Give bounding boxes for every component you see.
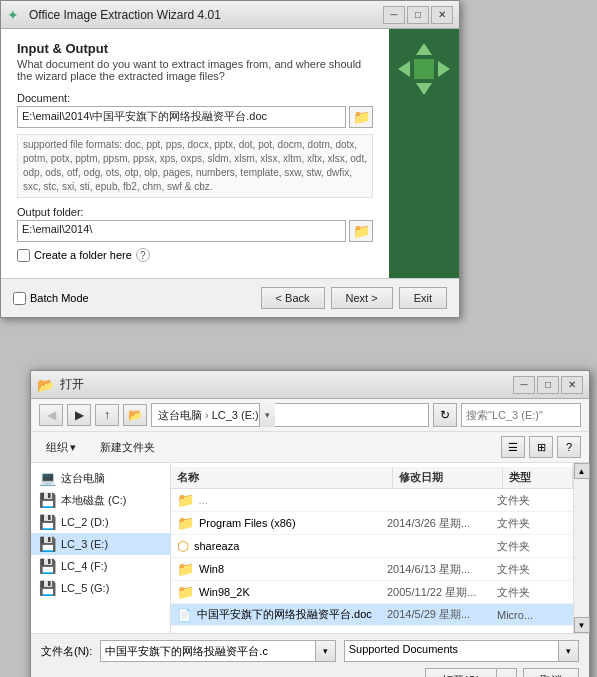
filetype-dropdown-button[interactable]: ▾ — [559, 640, 579, 662]
sidebar-label-c: 本地磁盘 (C:) — [61, 493, 126, 508]
sidebar-label-e: LC_3 (E:) — [61, 538, 108, 550]
scroll-down-button[interactable]: ▼ — [574, 617, 590, 633]
sidebar-item-c[interactable]: 💾 本地磁盘 (C:) — [31, 489, 170, 511]
view-list-button[interactable]: ☰ — [501, 436, 525, 458]
file-row[interactable]: 📁 Program Files (x86) 2014/3/26 星期... 文件… — [171, 512, 573, 535]
output-browse-button[interactable]: 📁 — [349, 220, 373, 242]
drive-d-icon: 💾 — [39, 514, 56, 530]
footer-left: Batch Mode — [13, 292, 89, 305]
column-type-header[interactable]: 类型 — [503, 467, 573, 488]
help-icon[interactable]: ? — [136, 248, 150, 262]
path-bar: 这台电脑 › LC_3 (E:) ▾ — [151, 403, 429, 427]
file-row-selected[interactable]: 📄 中国平安旗下的网络投融资平台.doc 2014/5/29 星期... Mic… — [171, 604, 573, 626]
open-dropdown-button[interactable]: ▾ — [497, 668, 517, 677]
file-list-header: 名称 修改日期 类型 — [171, 467, 573, 489]
filename-label: 文件名(N): — [41, 644, 92, 659]
document-browse-button[interactable]: 📁 — [349, 106, 373, 128]
view-grid-button[interactable]: ⊞ — [529, 436, 553, 458]
create-folder-checkbox[interactable] — [17, 249, 30, 262]
wizard-titlebar: ✦ Office Image Extraction Wizard 4.01 ─ … — [1, 1, 459, 29]
file-date: 2014/5/29 星期... — [387, 607, 497, 622]
scroll-up-button[interactable]: ▲ — [574, 463, 590, 479]
file-type: Micro... — [497, 609, 567, 621]
open-button[interactable]: 打开(O) — [425, 668, 497, 677]
wizard-titlebar-buttons: ─ □ ✕ — [383, 6, 453, 24]
wizard-window: ✦ Office Image Extraction Wizard 4.01 ─ … — [0, 0, 460, 318]
organize-arrow-icon: ▾ — [70, 441, 76, 454]
next-button[interactable]: Next > — [331, 287, 393, 309]
back-button[interactable]: < Back — [261, 287, 325, 309]
file-row[interactable]: 📁 Win8 2014/6/13 星期... 文件夹 — [171, 558, 573, 581]
wizard-minimize-button[interactable]: ─ — [383, 6, 405, 24]
sidebar-item-g[interactable]: 💾 LC_5 (G:) — [31, 577, 170, 599]
dialog-close-button[interactable]: ✕ — [561, 376, 583, 394]
filename-dropdown-button[interactable]: ▾ — [316, 640, 336, 662]
cancel-button[interactable]: 取消 — [523, 668, 579, 677]
sidebar-item-d[interactable]: 💾 LC_2 (D:) — [31, 511, 170, 533]
forward-nav-button[interactable]: ▶ — [67, 404, 91, 426]
file-name-col: 📁 ... — [177, 492, 387, 508]
section-desc: What document do you want to extract ima… — [17, 58, 373, 82]
file-date: 2014/6/13 星期... — [387, 562, 497, 577]
search-box: 🔍 — [461, 403, 581, 427]
search-input[interactable] — [462, 409, 597, 421]
special-folder-icon: ⬡ — [177, 538, 189, 554]
column-date-header[interactable]: 修改日期 — [393, 467, 503, 488]
filetype-select[interactable]: Supported Documents — [344, 640, 559, 662]
document-input[interactable]: E:\email\2014\中国平安旗下的网络投融资平台.doc — [17, 106, 346, 128]
path-dropdown-button[interactable]: ▾ — [259, 403, 275, 427]
computer-icon: 💻 — [39, 470, 56, 486]
refresh-button[interactable]: ↻ — [433, 403, 457, 427]
file-row[interactable]: 📁 ... 文件夹 — [171, 489, 573, 512]
recent-nav-button[interactable]: 📂 — [123, 404, 147, 426]
sidebar-item-e[interactable]: 💾 LC_3 (E:) — [31, 533, 170, 555]
file-type: 文件夹 — [497, 585, 567, 600]
wizard-close-button[interactable]: ✕ — [431, 6, 453, 24]
up-nav-button[interactable]: ↑ — [95, 404, 119, 426]
file-name-col: 📁 Win8 — [177, 561, 387, 577]
filename-input[interactable] — [100, 640, 315, 662]
drive-c-icon: 💾 — [39, 492, 56, 508]
view-help-button[interactable]: ? — [557, 436, 581, 458]
batch-mode-checkbox[interactable] — [13, 292, 26, 305]
new-folder-button[interactable]: 新建文件夹 — [91, 437, 164, 458]
folder-icon: 📁 — [177, 492, 194, 508]
file-row[interactable]: 📁 Win98_2K 2005/11/22 星期... 文件夹 — [171, 581, 573, 604]
scroll-thumb-area[interactable] — [574, 479, 589, 617]
dialog-minimize-button[interactable]: ─ — [513, 376, 535, 394]
output-label: Output folder: — [17, 206, 373, 218]
wizard-app-icon: ✦ — [7, 7, 23, 23]
file-row[interactable]: ⬡ shareaza 文件夹 — [171, 535, 573, 558]
output-input[interactable]: E:\email\2014\ — [17, 220, 346, 242]
sidebar-item-f[interactable]: 💾 LC_4 (F:) — [31, 555, 170, 577]
file-name: Win8 — [199, 563, 224, 575]
create-folder-label: Create a folder here — [34, 249, 132, 261]
batch-mode-label: Batch Mode — [30, 292, 89, 304]
column-name-header[interactable]: 名称 — [171, 467, 393, 488]
organize-button[interactable]: 组织 ▾ — [39, 437, 83, 458]
filetype-select-wrap: Supported Documents ▾ — [344, 640, 579, 662]
wizard-maximize-button[interactable]: □ — [407, 6, 429, 24]
file-type: 文件夹 — [497, 539, 567, 554]
back-nav-button[interactable]: ◀ — [39, 404, 63, 426]
drive-e-icon: 💾 — [39, 536, 56, 552]
file-name-col: 📁 Program Files (x86) — [177, 515, 387, 531]
dialog-action-bar: 组织 ▾ 新建文件夹 ☰ ⊞ ? — [31, 432, 589, 463]
file-name: Win98_2K — [199, 586, 250, 598]
exit-button[interactable]: Exit — [399, 287, 447, 309]
path-drive[interactable]: LC_3 (E:) — [212, 409, 259, 421]
document-field-row: E:\email\2014\中国平安旗下的网络投融资平台.doc 📁 — [17, 106, 373, 128]
path-root[interactable]: 这台电脑 — [158, 408, 202, 423]
dialog-maximize-button[interactable]: □ — [537, 376, 559, 394]
organize-label: 组织 — [46, 440, 68, 455]
wizard-logo-icon — [398, 43, 450, 95]
file-name-col: ⬡ shareaza — [177, 538, 387, 554]
file-type: 文件夹 — [497, 493, 567, 508]
wizard-left-panel: Input & Output What document do you want… — [1, 29, 389, 278]
file-date: 2014/3/26 星期... — [387, 516, 497, 531]
scrollbar[interactable]: ▲ ▼ — [573, 463, 589, 633]
sidebar-item-thispc[interactable]: 💻 这台电脑 — [31, 467, 170, 489]
section-title: Input & Output — [17, 41, 373, 56]
files-pane: 名称 修改日期 类型 📁 ... 文件夹 📁 Program Files (x8… — [171, 463, 573, 633]
dialog-action-buttons: 打开(O) ▾ 取消 — [41, 668, 579, 677]
